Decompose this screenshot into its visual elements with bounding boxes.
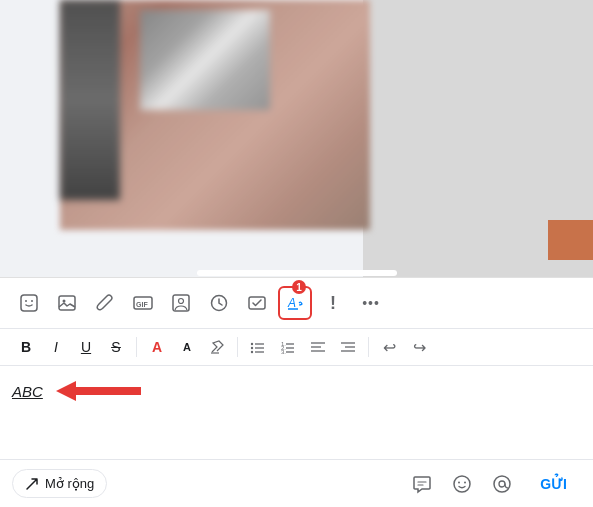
expand-icon (25, 477, 39, 491)
redo-button[interactable]: ↪ (405, 333, 433, 361)
expand-label: Mở rộng (45, 476, 94, 491)
send-button[interactable]: GỬI (526, 470, 581, 498)
gif-button[interactable]: GIF (126, 286, 160, 320)
composer-container: GIF 1 A (0, 277, 593, 507)
bottom-bar: Mở rộng (0, 459, 593, 507)
font-size-button[interactable]: A (173, 333, 201, 361)
svg-rect-3 (59, 296, 75, 310)
svg-point-4 (63, 300, 66, 303)
svg-point-36 (464, 481, 466, 483)
important-button[interactable]: ! (316, 286, 350, 320)
svg-rect-32 (76, 387, 141, 395)
svg-text:GIF: GIF (136, 301, 148, 308)
check-button[interactable] (240, 286, 274, 320)
number-list-button[interactable]: 1. 2. 3. (274, 333, 302, 361)
svg-point-1 (25, 300, 27, 302)
svg-point-37 (494, 476, 510, 492)
red-arrow-indicator (51, 376, 151, 406)
font-color-button[interactable]: A (143, 333, 171, 361)
mention-icon-button[interactable] (486, 468, 518, 500)
underline-button[interactable]: U (72, 333, 100, 361)
badge-number: 1 (292, 280, 306, 294)
svg-point-16 (251, 347, 253, 349)
strikethrough-button[interactable]: S (102, 333, 130, 361)
bottom-right-icons: GỬI (406, 468, 581, 500)
italic-button[interactable]: I (42, 333, 70, 361)
text-input-area[interactable]: ABC (0, 366, 593, 416)
chat-box-orange (548, 220, 593, 260)
formatting-toolbar: B I U S A A (0, 329, 593, 366)
svg-marker-33 (56, 381, 76, 401)
format-divider-2 (237, 337, 238, 357)
chat-image-inner (140, 10, 270, 110)
clear-format-button[interactable] (203, 333, 231, 361)
svg-rect-0 (21, 295, 37, 311)
svg-point-38 (499, 481, 505, 487)
svg-point-34 (454, 476, 470, 492)
undo-button[interactable]: ↩ (375, 333, 403, 361)
chat-image-dark (60, 0, 120, 200)
text-format-button[interactable]: 1 A (278, 286, 312, 320)
expand-button[interactable]: Mở rộng (12, 469, 107, 498)
svg-point-8 (179, 299, 184, 304)
contact-button[interactable] (164, 286, 198, 320)
svg-text:3.: 3. (281, 349, 286, 355)
more-button[interactable]: ••• (354, 286, 388, 320)
sample-text: ABC (12, 383, 43, 400)
align-left-button[interactable] (304, 333, 332, 361)
svg-text:A: A (287, 296, 296, 310)
format-divider-1 (136, 337, 137, 357)
chat-image (60, 0, 370, 230)
toolbar-icons-row: GIF 1 A (0, 278, 593, 329)
svg-point-14 (251, 343, 253, 345)
composer-top-bar (197, 270, 397, 276)
format-divider-3 (368, 337, 369, 357)
clock-button[interactable] (202, 286, 236, 320)
svg-point-2 (31, 300, 33, 302)
chat-icon-button[interactable] (406, 468, 438, 500)
attach-button[interactable] (88, 286, 122, 320)
svg-point-18 (251, 351, 253, 353)
emoji-button[interactable] (12, 286, 46, 320)
image-button[interactable] (50, 286, 84, 320)
bold-button[interactable]: B (12, 333, 40, 361)
align-right-button[interactable] (334, 333, 362, 361)
bullet-list-button[interactable] (244, 333, 272, 361)
svg-point-35 (458, 481, 460, 483)
chat-area (0, 0, 593, 280)
emoji-icon-button[interactable] (446, 468, 478, 500)
